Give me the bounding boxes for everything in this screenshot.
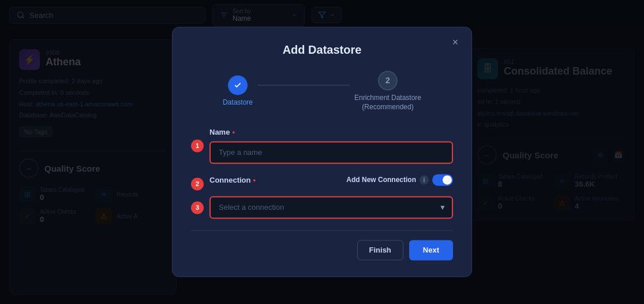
badge-3: 3 (191, 201, 204, 214)
add-datastore-modal: × Add Datastore Datastore 2 Enrichment D… (172, 27, 472, 277)
step-1: Datastore (223, 75, 253, 107)
connection-form-group: Connection• Add New Connection i (209, 175, 453, 186)
stepper: Datastore 2 Enrichment Datastore(Recomme… (191, 71, 453, 112)
step-line (257, 84, 350, 86)
name-label: Name• (209, 128, 453, 137)
step-1-label: Datastore (223, 98, 253, 107)
connection-group-wrapper: 2 Connection• Add New Connection i (209, 175, 453, 186)
badge-1: 1 (191, 140, 204, 153)
modal-title: Add Datastore (191, 43, 453, 57)
modal-close-button[interactable]: × (448, 35, 462, 49)
name-form-group: Name• (209, 128, 453, 164)
badge-2: 2 (191, 178, 204, 191)
add-new-connection-label: Add New Connection (346, 176, 416, 184)
name-group-wrapper: 1 Name• (209, 128, 453, 164)
add-connection-toggle[interactable] (432, 175, 453, 186)
name-input[interactable] (209, 142, 453, 164)
next-button[interactable]: Next (409, 240, 453, 261)
info-icon[interactable]: i (420, 176, 429, 185)
modal-footer: Finish Next (191, 231, 453, 261)
step-2-label: Enrichment Datastore(Recommended) (354, 94, 421, 112)
step-2-circle[interactable]: 2 (378, 71, 398, 90)
connection-label: Connection• (209, 176, 256, 184)
step-2: 2 Enrichment Datastore(Recommended) (354, 71, 421, 112)
add-new-connection-row: Add New Connection i (346, 175, 453, 186)
step-1-circle[interactable] (228, 75, 248, 95)
select-group-wrapper: 3 Select a connection ▼ (209, 197, 453, 219)
finish-button[interactable]: Finish (357, 240, 403, 261)
connection-select-wrapper: Select a connection ▼ (209, 197, 453, 219)
connection-label-row: Connection• Add New Connection i (209, 175, 453, 186)
connection-select[interactable]: Select a connection (209, 197, 453, 219)
